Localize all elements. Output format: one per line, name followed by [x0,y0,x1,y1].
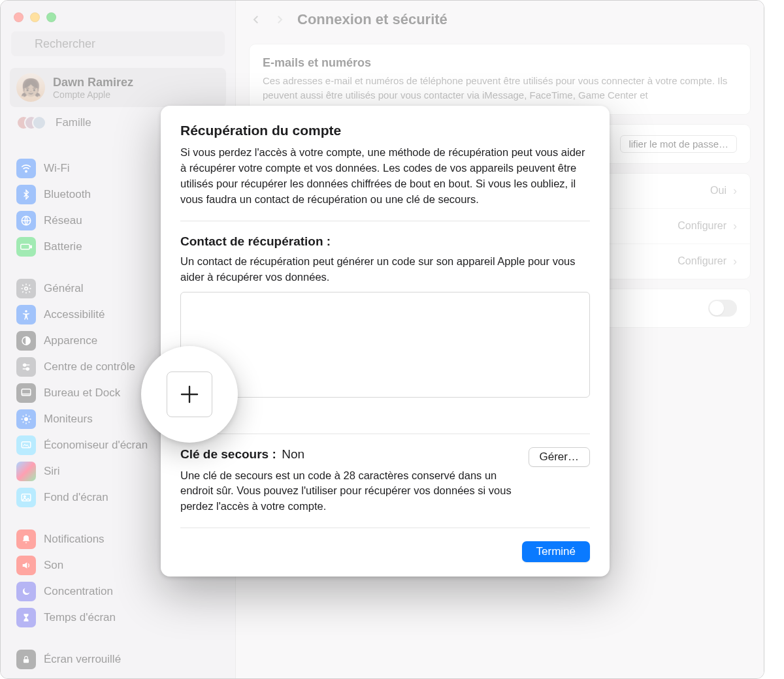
bell-icon [16,529,36,549]
sidebar-item-label: Écran verrouillé [44,653,121,666]
svg-line-20 [23,416,24,417]
family-avatars-icon [16,114,48,132]
sidebar-item-label: Batterie [44,240,82,253]
hourglass-icon [16,608,36,627]
change-password-button[interactable]: lifier le mot de passe… [620,135,737,153]
svg-point-26 [24,496,25,497]
fullscreen-window-button[interactable] [46,12,56,22]
toggle-switch[interactable] [708,300,737,317]
row-value: Configurer [678,220,727,232]
done-button[interactable]: Terminé [522,541,590,562]
sidebar-item-label: Accessibilité [44,308,105,321]
topbar: Connexion et sécurité [236,1,764,35]
sidebar-item-label: Wi-Fi [44,162,70,175]
recovery-contact-title: Contact de récupération : [180,234,590,249]
svg-point-15 [24,417,28,421]
recovery-contact-desc: Un contact de récupération peut générer … [180,254,590,285]
minimize-window-button[interactable] [30,12,40,22]
sidebar-item-label: Bluetooth [44,188,91,201]
siri-icon [16,462,36,481]
lock-icon [16,650,36,669]
forward-button[interactable] [274,12,286,27]
close-window-button[interactable] [14,12,24,22]
speaker-icon [16,556,36,575]
recovery-key-value: Non [282,447,304,461]
svg-line-21 [29,422,30,423]
svg-rect-4 [21,244,30,249]
sidebar-item-label: Général [44,282,83,295]
sidebar-item-label: Réseau [44,214,82,227]
account-recovery-modal: Récupération du compte Si vous perdez l'… [161,106,610,576]
sidebar-item-screen-time[interactable]: Temps d'écran [10,605,226,631]
account-subtitle: Compte Apple [53,89,133,100]
panel-description: Ces adresses e-mail et numéros de téléph… [263,74,737,103]
displays-icon [16,409,36,429]
svg-point-6 [25,287,28,291]
magnified-add-button-callout [141,346,238,443]
search-input[interactable] [11,31,225,56]
screensaver-icon [16,435,36,455]
modal-intro: Si vous perdez l'accès à votre compte, u… [180,145,590,208]
desktop-dock-icon [16,383,36,403]
chevron-right-icon: › [733,255,737,268]
sidebar-item-label: Bureau et Dock [44,387,120,400]
panel-heading: E-mails et numéros [263,56,737,70]
sidebar-item-label: Économiseur d'écran [44,439,148,452]
emails-numbers-panel: E-mails et numéros Ces adresses e-mail e… [249,44,751,115]
recovery-key-label: Clé de secours : [180,447,276,461]
plus-icon [167,371,212,417]
back-button[interactable] [250,12,262,27]
sidebar-item-focus[interactable]: Concentration [10,578,226,605]
sidebar-item-label: Notifications [44,533,105,546]
gear-icon [16,279,36,298]
sidebar-item-label: Son [44,559,63,572]
row-value: Configurer [678,255,727,267]
page-title: Connexion et sécurité [297,11,448,28]
svg-point-2 [25,170,27,172]
row-value: Oui [710,185,727,197]
wifi-icon [16,159,36,178]
sidebar-item-label: Siri [44,465,60,478]
svg-point-12 [26,368,29,370]
globe-icon [16,211,36,230]
chevron-right-icon: › [733,184,737,198]
bluetooth-icon [16,185,36,204]
account-name: Dawn Ramirez [53,76,133,89]
accessibility-icon [16,305,36,324]
svg-rect-27 [24,659,29,663]
window-controls [1,1,235,31]
sidebar-item-label: Temps d'écran [44,611,116,624]
svg-line-23 [29,416,30,417]
svg-rect-13 [22,389,31,396]
svg-rect-5 [30,246,31,248]
sidebar-item-label: Fond d'écran [44,491,108,504]
recovery-key-desc: Une clé de secours est un code à 28 cara… [180,468,517,515]
appearance-icon [16,331,36,351]
svg-line-22 [23,422,24,423]
sidebar-item-label: Apparence [44,334,97,347]
manage-recovery-key-button[interactable]: Gérer… [529,447,590,467]
avatar: 👧🏽 [16,73,45,102]
sidebar-item-label: Centre de contrôle [44,360,135,373]
modal-title: Récupération du compte [180,123,590,138]
sidebar-item-account[interactable]: 👧🏽 Dawn Ramirez Compte Apple [10,68,226,107]
svg-point-10 [24,364,26,366]
sidebar-item-lock-screen[interactable]: Écran verrouillé [10,646,226,672]
sidebar-item-label: Famille [56,116,91,129]
sidebar-item-label: Moniteurs [44,413,93,426]
recovery-contact-list[interactable] [180,292,590,398]
battery-icon [16,237,36,257]
control-center-icon [16,357,36,377]
chevron-right-icon: › [733,219,737,233]
sidebar-item-label: Concentration [44,585,113,598]
moon-icon [16,582,36,601]
svg-point-7 [25,310,27,312]
wallpaper-icon [16,488,36,507]
